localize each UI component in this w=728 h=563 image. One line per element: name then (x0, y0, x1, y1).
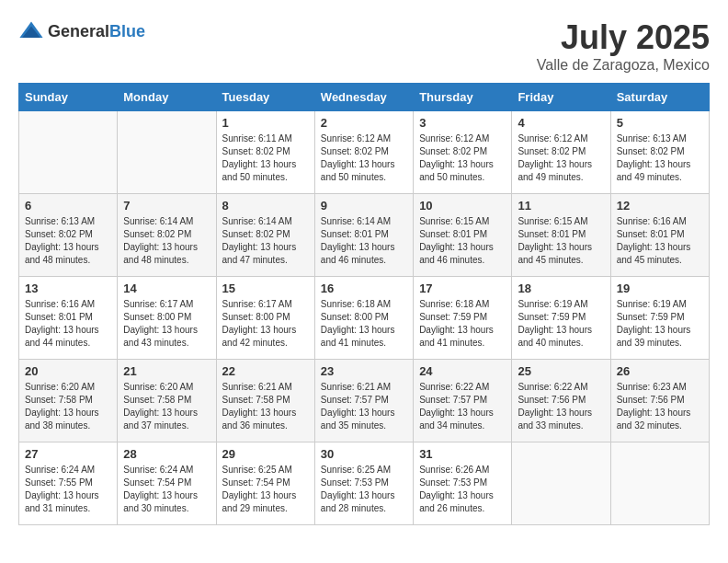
calendar-cell: 26Sunrise: 6:23 AM Sunset: 7:56 PM Dayli… (610, 360, 709, 442)
calendar-cell: 16Sunrise: 6:18 AM Sunset: 8:00 PM Dayli… (314, 277, 413, 360)
calendar-cell: 20Sunrise: 6:20 AM Sunset: 7:58 PM Dayli… (19, 360, 118, 442)
day-number: 16 (321, 282, 407, 295)
day-info: Sunrise: 6:20 AM Sunset: 7:58 PM Dayligh… (25, 381, 111, 432)
day-info: Sunrise: 6:22 AM Sunset: 7:57 PM Dayligh… (419, 381, 506, 432)
day-info: Sunrise: 6:14 AM Sunset: 8:02 PM Dayligh… (123, 215, 210, 267)
logo: GeneralBlue (18, 18, 145, 44)
calendar-cell: 8Sunrise: 6:14 AM Sunset: 8:02 PM Daylig… (216, 194, 314, 277)
calendar-cell: 1Sunrise: 6:11 AM Sunset: 8:02 PM Daylig… (216, 111, 314, 194)
day-number: 31 (419, 447, 506, 461)
calendar-cell: 3Sunrise: 6:12 AM Sunset: 8:02 PM Daylig… (414, 111, 512, 194)
day-number: 20 (25, 364, 111, 378)
calendar-cell: 24Sunrise: 6:22 AM Sunset: 7:57 PM Dayli… (414, 360, 512, 442)
calendar-cell: 13Sunrise: 6:16 AM Sunset: 8:01 PM Dayli… (19, 277, 118, 360)
day-info: Sunrise: 6:11 AM Sunset: 8:02 PM Dayligh… (222, 132, 309, 184)
day-number: 15 (222, 282, 309, 295)
day-number: 6 (25, 199, 111, 213)
logo-general: General (48, 22, 109, 40)
day-number: 7 (123, 199, 210, 213)
calendar-cell (19, 111, 118, 194)
calendar-cell: 25Sunrise: 6:22 AM Sunset: 7:56 PM Dayli… (512, 360, 610, 442)
day-number: 13 (25, 282, 111, 295)
col-sunday: Sunday (19, 84, 118, 111)
calendar-cell: 14Sunrise: 6:17 AM Sunset: 8:00 PM Dayli… (118, 277, 216, 360)
calendar-cell: 29Sunrise: 6:25 AM Sunset: 7:54 PM Dayli… (216, 442, 314, 525)
day-number: 18 (518, 282, 604, 295)
day-number: 12 (617, 199, 703, 213)
day-number: 2 (321, 116, 407, 130)
day-info: Sunrise: 6:24 AM Sunset: 7:54 PM Dayligh… (123, 464, 210, 515)
calendar-cell: 9Sunrise: 6:14 AM Sunset: 8:01 PM Daylig… (314, 194, 413, 277)
day-info: Sunrise: 6:12 AM Sunset: 8:02 PM Dayligh… (518, 132, 604, 184)
day-number: 4 (518, 116, 604, 130)
week-row-3: 13Sunrise: 6:16 AM Sunset: 8:01 PM Dayli… (19, 277, 710, 360)
day-number: 5 (617, 116, 703, 130)
location-title: Valle de Zaragoza, Mexico (537, 57, 710, 74)
col-friday: Friday (512, 84, 610, 111)
calendar-cell: 2Sunrise: 6:12 AM Sunset: 8:02 PM Daylig… (314, 111, 413, 194)
calendar-table: Sunday Monday Tuesday Wednesday Thursday… (18, 83, 710, 525)
day-number: 26 (617, 364, 703, 378)
day-number: 22 (222, 364, 309, 378)
day-number: 17 (419, 282, 506, 295)
col-tuesday: Tuesday (216, 84, 314, 111)
col-monday: Monday (118, 84, 216, 111)
calendar-cell: 5Sunrise: 6:13 AM Sunset: 8:02 PM Daylig… (610, 111, 709, 194)
day-number: 14 (123, 282, 210, 295)
day-info: Sunrise: 6:18 AM Sunset: 7:59 PM Dayligh… (419, 298, 506, 350)
day-number: 8 (222, 199, 309, 213)
day-info: Sunrise: 6:17 AM Sunset: 8:00 PM Dayligh… (222, 298, 309, 350)
day-number: 28 (123, 447, 210, 461)
calendar-cell: 30Sunrise: 6:25 AM Sunset: 7:53 PM Dayli… (314, 442, 413, 525)
day-info: Sunrise: 6:25 AM Sunset: 7:54 PM Dayligh… (222, 464, 309, 515)
calendar-cell: 19Sunrise: 6:19 AM Sunset: 7:59 PM Dayli… (610, 277, 709, 360)
day-info: Sunrise: 6:24 AM Sunset: 7:55 PM Dayligh… (25, 464, 111, 515)
col-wednesday: Wednesday (314, 84, 413, 111)
day-info: Sunrise: 6:20 AM Sunset: 7:58 PM Dayligh… (123, 381, 210, 432)
day-number: 11 (518, 199, 604, 213)
day-number: 25 (518, 364, 604, 378)
day-info: Sunrise: 6:12 AM Sunset: 8:02 PM Dayligh… (321, 132, 407, 184)
logo-blue: Blue (109, 22, 145, 40)
day-info: Sunrise: 6:16 AM Sunset: 8:01 PM Dayligh… (25, 298, 111, 350)
day-number: 3 (419, 116, 506, 130)
day-number: 30 (321, 447, 407, 461)
day-number: 9 (321, 199, 407, 213)
day-number: 19 (617, 282, 703, 295)
day-info: Sunrise: 6:16 AM Sunset: 8:01 PM Dayligh… (617, 215, 703, 267)
logo-icon (18, 18, 44, 44)
day-info: Sunrise: 6:23 AM Sunset: 7:56 PM Dayligh… (617, 381, 703, 432)
calendar-cell: 27Sunrise: 6:24 AM Sunset: 7:55 PM Dayli… (19, 442, 118, 525)
calendar-cell: 6Sunrise: 6:13 AM Sunset: 8:02 PM Daylig… (19, 194, 118, 277)
week-row-2: 6Sunrise: 6:13 AM Sunset: 8:02 PM Daylig… (19, 194, 710, 277)
calendar-cell (118, 111, 216, 194)
day-info: Sunrise: 6:21 AM Sunset: 7:58 PM Dayligh… (222, 381, 309, 432)
day-info: Sunrise: 6:21 AM Sunset: 7:57 PM Dayligh… (321, 381, 407, 432)
calendar-cell: 10Sunrise: 6:15 AM Sunset: 8:01 PM Dayli… (414, 194, 512, 277)
day-info: Sunrise: 6:19 AM Sunset: 7:59 PM Dayligh… (617, 298, 703, 350)
day-info: Sunrise: 6:15 AM Sunset: 8:01 PM Dayligh… (518, 215, 604, 267)
calendar-cell: 11Sunrise: 6:15 AM Sunset: 8:01 PM Dayli… (512, 194, 610, 277)
week-row-4: 20Sunrise: 6:20 AM Sunset: 7:58 PM Dayli… (19, 360, 710, 442)
day-info: Sunrise: 6:18 AM Sunset: 8:00 PM Dayligh… (321, 298, 407, 350)
col-thursday: Thursday (414, 84, 512, 111)
calendar-cell: 4Sunrise: 6:12 AM Sunset: 8:02 PM Daylig… (512, 111, 610, 194)
calendar-cell: 23Sunrise: 6:21 AM Sunset: 7:57 PM Dayli… (314, 360, 413, 442)
calendar-header-row: Sunday Monday Tuesday Wednesday Thursday… (19, 84, 710, 111)
calendar-cell: 21Sunrise: 6:20 AM Sunset: 7:58 PM Dayli… (118, 360, 216, 442)
week-row-5: 27Sunrise: 6:24 AM Sunset: 7:55 PM Dayli… (19, 442, 710, 525)
day-info: Sunrise: 6:14 AM Sunset: 8:02 PM Dayligh… (222, 215, 309, 267)
day-info: Sunrise: 6:13 AM Sunset: 8:02 PM Dayligh… (25, 215, 111, 267)
day-number: 1 (222, 116, 309, 130)
calendar-cell: 28Sunrise: 6:24 AM Sunset: 7:54 PM Dayli… (118, 442, 216, 525)
col-saturday: Saturday (610, 84, 709, 111)
calendar-cell: 22Sunrise: 6:21 AM Sunset: 7:58 PM Dayli… (216, 360, 314, 442)
day-number: 29 (222, 447, 309, 461)
calendar-cell: 17Sunrise: 6:18 AM Sunset: 7:59 PM Dayli… (414, 277, 512, 360)
week-row-1: 1Sunrise: 6:11 AM Sunset: 8:02 PM Daylig… (19, 111, 710, 194)
day-info: Sunrise: 6:25 AM Sunset: 7:53 PM Dayligh… (321, 464, 407, 515)
day-number: 24 (419, 364, 506, 378)
calendar-cell (512, 442, 610, 525)
day-number: 21 (123, 364, 210, 378)
calendar-cell: 15Sunrise: 6:17 AM Sunset: 8:00 PM Dayli… (216, 277, 314, 360)
